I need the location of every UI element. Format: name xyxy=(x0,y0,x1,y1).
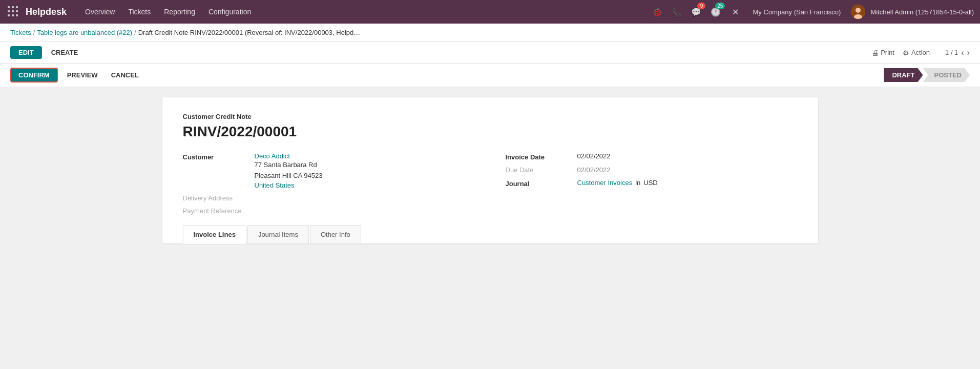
nav-icons: 🐞 📞 💬 9 🕐 25 ✕ My Company (San Francisco… xyxy=(650,5,974,19)
status-bar: CONFIRM PREVIEW CANCEL DRAFT POSTED xyxy=(0,64,980,87)
journal-value: Customer Invoices in USD xyxy=(577,179,658,187)
toolbar-actions: Print Action xyxy=(871,49,930,57)
phone-icon[interactable]: 📞 xyxy=(670,5,684,19)
journal-currency: USD xyxy=(643,179,657,187)
clock-icon[interactable]: 🕐 25 xyxy=(708,5,723,19)
breadcrumb-tickets[interactable]: Tickets xyxy=(10,29,31,36)
prev-page-button[interactable]: ‹ xyxy=(961,48,964,57)
due-date-value: 02/02/2022 xyxy=(577,166,611,174)
preview-button[interactable]: PREVIEW xyxy=(63,69,102,81)
bug-icon[interactable]: 🐞 xyxy=(650,5,664,19)
action-dropdown[interactable]: Action xyxy=(903,49,930,57)
svg-point-1 xyxy=(856,8,861,13)
status-pipeline: DRAFT POSTED xyxy=(884,68,970,82)
due-date-label: Due Date xyxy=(506,166,572,174)
app-brand: Helpdesk xyxy=(26,7,67,17)
doc-type-label: Customer Credit Note xyxy=(183,113,798,120)
form-grid: Customer Deco Addict 77 Santa Barbara Rd… xyxy=(183,152,798,215)
next-page-button[interactable]: › xyxy=(967,48,970,57)
nav-tickets[interactable]: Tickets xyxy=(122,5,157,19)
customer-address-line2: Pleasant Hill CA 94523 xyxy=(255,171,323,181)
close-icon[interactable]: ✕ xyxy=(728,5,742,19)
status-draft[interactable]: DRAFT xyxy=(884,68,923,82)
customer-label: Customer xyxy=(183,152,249,161)
apps-menu-button[interactable] xyxy=(6,5,20,19)
nav-configuration[interactable]: Configuration xyxy=(202,5,257,19)
create-button[interactable]: CREATE xyxy=(47,46,82,59)
breadcrumb-ticket-detail[interactable]: Table legs are unbalanced (#22) xyxy=(37,29,132,36)
invoice-date-value: 02/02/2022 xyxy=(577,152,611,160)
chat-badge: 9 xyxy=(697,3,705,9)
print-label: Print xyxy=(881,49,894,56)
tabs-bar: Invoice Lines Journal Items Other Info xyxy=(183,225,798,243)
form-right: Invoice Date 02/02/2022 Due Date 02/02/2… xyxy=(506,152,798,215)
pagination-info: 1 / 1 xyxy=(945,49,958,56)
cancel-button[interactable]: CANCEL xyxy=(107,69,143,81)
journal-field-row: Journal Customer Invoices in USD xyxy=(506,179,798,188)
customer-name[interactable]: Deco Addict xyxy=(255,152,323,160)
payment-reference-label: Payment Reference xyxy=(183,207,249,215)
main-toolbar: EDIT CREATE Print Action 1 / 1 ‹ › xyxy=(0,42,980,64)
pagination: 1 / 1 ‹ › xyxy=(945,48,970,57)
customer-field-row: Customer Deco Addict 77 Santa Barbara Rd… xyxy=(183,152,475,189)
invoice-date-field-row: Invoice Date 02/02/2022 xyxy=(506,152,798,161)
user-name: Mitchell Admin (12571854-15-0-all) xyxy=(870,8,974,16)
tab-other-info[interactable]: Other Info xyxy=(310,225,361,243)
customer-value: Deco Addict 77 Santa Barbara Rd Pleasant… xyxy=(255,152,323,189)
nav-overview[interactable]: Overview xyxy=(79,5,121,19)
payment-reference-field-row: Payment Reference xyxy=(183,207,475,215)
journal-label: Journal xyxy=(506,179,572,188)
customer-address-line1: 77 Santa Barbara Rd xyxy=(255,160,323,171)
breadcrumb: Tickets / Table legs are unbalanced (#22… xyxy=(0,24,980,42)
delivery-address-field-row: Delivery Address xyxy=(183,194,475,202)
avatar[interactable] xyxy=(851,5,865,19)
breadcrumb-current: Draft Credit Note RINV/2022/00001 (Rever… xyxy=(138,29,361,36)
tab-journal-items[interactable]: Journal Items xyxy=(247,225,309,243)
edit-button[interactable]: EDIT xyxy=(10,46,42,59)
company-name: My Company (San Francisco) xyxy=(753,8,841,16)
delivery-address-label: Delivery Address xyxy=(183,194,249,202)
customer-address-line3[interactable]: United States xyxy=(255,181,323,189)
due-date-field-row: Due Date 02/02/2022 xyxy=(506,166,798,174)
invoice-date-label: Invoice Date xyxy=(506,152,572,161)
print-icon xyxy=(871,49,879,57)
main-content: Customer Credit Note RINV/2022/00001 Cus… xyxy=(0,87,980,364)
top-navigation: Helpdesk Overview Tickets Reporting Conf… xyxy=(0,0,980,24)
clock-badge: 25 xyxy=(715,3,725,9)
tab-invoice-lines[interactable]: Invoice Lines xyxy=(183,225,246,244)
doc-number: RINV/2022/00001 xyxy=(183,124,798,140)
nav-reporting[interactable]: Reporting xyxy=(158,5,201,19)
form-left: Customer Deco Addict 77 Santa Barbara Rd… xyxy=(183,152,475,215)
main-menu: Overview Tickets Reporting Configuration xyxy=(79,5,257,19)
journal-name[interactable]: Customer Invoices xyxy=(577,179,633,187)
print-action[interactable]: Print xyxy=(871,49,894,57)
document-card: Customer Credit Note RINV/2022/00001 Cus… xyxy=(162,97,818,243)
gear-icon xyxy=(903,49,909,57)
action-label: Action xyxy=(911,49,930,56)
confirm-button[interactable]: CONFIRM xyxy=(10,68,58,83)
chat-icon[interactable]: 💬 9 xyxy=(689,5,703,19)
journal-currency-sep: in xyxy=(635,179,640,187)
status-posted[interactable]: POSTED xyxy=(923,68,970,82)
